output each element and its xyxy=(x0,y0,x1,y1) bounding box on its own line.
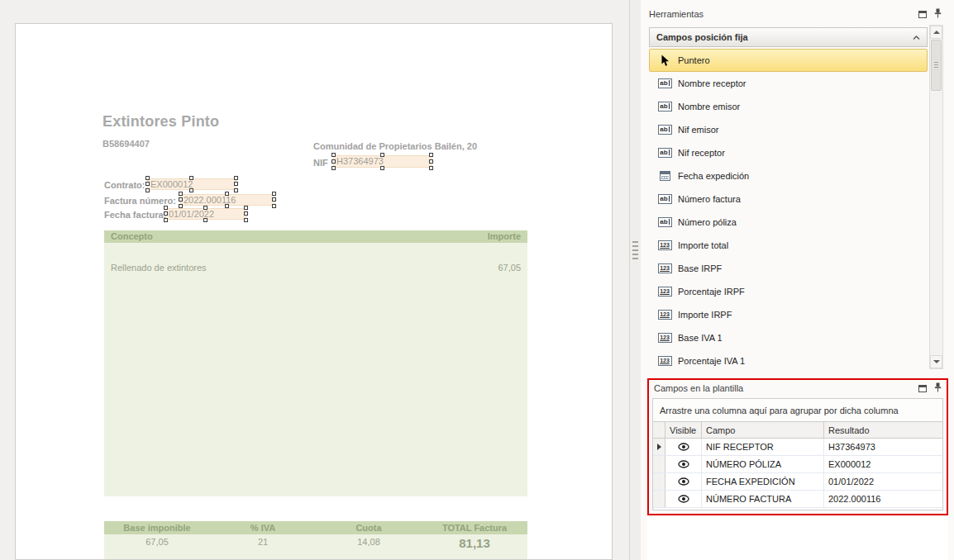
selection-handle[interactable] xyxy=(272,204,276,208)
text-field-icon xyxy=(656,78,674,88)
selection-handle[interactable] xyxy=(234,176,238,180)
selection-handle[interactable] xyxy=(189,188,193,192)
tool-item-label: Porcentaje IRPF xyxy=(678,287,745,297)
selection-handle[interactable] xyxy=(164,211,168,216)
tool-item-nombre-receptor[interactable]: Nombre receptor xyxy=(649,72,928,95)
selection-handle[interactable] xyxy=(203,218,207,222)
selection-handle[interactable] xyxy=(145,176,150,180)
tool-item-label: Porcentaje IVA 1 xyxy=(678,356,745,366)
selection-handle[interactable] xyxy=(244,211,248,216)
selection-handle[interactable] xyxy=(429,166,433,170)
resultado-column-header[interactable]: Resultado xyxy=(824,422,942,438)
selection-handle[interactable] xyxy=(429,153,433,157)
base-imponible-value: 67,05 xyxy=(104,534,210,559)
tool-item-porcentaje-iva-1[interactable]: Porcentaje IVA 1 xyxy=(649,349,928,373)
float-window-icon[interactable] xyxy=(918,385,927,392)
concept-amount: 67,05 xyxy=(498,263,521,273)
splitter-grip-icon[interactable] xyxy=(632,241,638,259)
tool-item-porcentaje-irpf[interactable]: Porcentaje IRPF xyxy=(649,280,928,303)
eye-icon xyxy=(678,477,689,486)
scrollbar-thumb[interactable] xyxy=(931,40,942,91)
tool-item-puntero[interactable]: Puntero xyxy=(649,49,928,72)
visible-column-header[interactable]: Visible xyxy=(665,422,702,438)
panel-splitter[interactable] xyxy=(630,0,641,560)
tool-item-nif-emisor[interactable]: Nif emisor xyxy=(649,118,928,141)
row-selector-column-header xyxy=(653,422,665,438)
field-numero-factura[interactable]: 2022.000116 xyxy=(180,194,274,206)
campo-cell[interactable]: FECHA EXPEDICIÓN xyxy=(702,473,824,490)
selection-handle[interactable] xyxy=(332,159,336,164)
tool-item-importe-total[interactable]: Importe total xyxy=(649,234,928,257)
tool-item-label: Nif receptor xyxy=(678,148,725,158)
selection-handle[interactable] xyxy=(380,153,384,157)
tool-item-label: Número factura xyxy=(678,194,741,204)
selection-handle[interactable] xyxy=(332,153,336,157)
tool-item-nombre-emisor[interactable]: Nombre emisor xyxy=(649,95,928,118)
selection-handle[interactable] xyxy=(145,182,150,186)
table-row[interactable]: NÚMERO PÓLIZA EX000012 xyxy=(653,456,942,473)
campo-cell[interactable]: NÚMERO FACTURA xyxy=(702,491,824,507)
chevron-up-icon[interactable] xyxy=(913,32,920,42)
float-window-icon[interactable] xyxy=(918,11,927,18)
selection-handle[interactable] xyxy=(164,206,168,210)
field-numero-poliza[interactable]: EX000012 xyxy=(147,178,236,190)
scroll-up-button[interactable] xyxy=(930,26,942,39)
selection-handle[interactable] xyxy=(272,197,276,202)
tool-item-fecha-expedicion[interactable]: Fecha expedición xyxy=(649,164,928,187)
tool-item-label: Importe IRPF xyxy=(678,310,732,320)
campo-cell[interactable]: NIF RECEPTOR xyxy=(702,439,824,455)
resultado-cell[interactable]: 01/01/2022 xyxy=(824,473,942,490)
tool-item-importe-irpf[interactable]: Importe IRPF xyxy=(649,303,928,326)
table-row[interactable]: NÚMERO FACTURA 2022.000116 xyxy=(653,491,942,508)
selection-handle[interactable] xyxy=(164,218,168,222)
selection-handle[interactable] xyxy=(272,192,276,196)
group-by-hint[interactable]: Arrastre una columna aquí para agrupar p… xyxy=(653,399,942,422)
tools-panel-titlebar: Herramientas xyxy=(649,7,942,21)
scroll-down-button[interactable] xyxy=(930,355,942,368)
fecha-factura-label: Fecha factura: xyxy=(104,209,166,221)
campo-column-header[interactable]: Campo xyxy=(702,422,824,438)
pin-icon[interactable] xyxy=(934,8,942,20)
selection-handle[interactable] xyxy=(244,218,248,222)
tool-item-numero-factura[interactable]: Número factura xyxy=(649,187,928,211)
visible-cell[interactable] xyxy=(665,491,702,507)
visible-cell[interactable] xyxy=(665,439,702,455)
tool-item-nif-receptor[interactable]: Nif receptor xyxy=(649,141,928,164)
tool-item-base-iva-1[interactable]: Base IVA 1 xyxy=(649,326,928,349)
field-nif-receptor[interactable]: H37364973 xyxy=(333,155,432,168)
table-row[interactable]: NIF RECEPTOR H37364973 xyxy=(653,439,942,456)
selection-handle[interactable] xyxy=(234,188,238,192)
selection-handle[interactable] xyxy=(244,206,248,210)
invoice-page[interactable]: Extintores Pinto B58694407 Comunidad de … xyxy=(15,23,613,560)
concept-row: Rellenado de extintores 67,05 xyxy=(104,243,527,273)
tool-item-base-irpf[interactable]: Base IRPF xyxy=(649,257,928,280)
resultado-cell[interactable]: H37364973 xyxy=(824,439,942,455)
selection-handle[interactable] xyxy=(179,192,183,196)
selection-handle[interactable] xyxy=(225,192,229,196)
campo-cell[interactable]: NÚMERO PÓLIZA xyxy=(702,456,824,472)
tool-item-label: Base IRPF xyxy=(678,263,722,273)
selection-handle[interactable] xyxy=(429,159,433,164)
tools-scrollbar[interactable] xyxy=(929,25,943,369)
fields-panel: Campos en la plantilla Arrastre una colu… xyxy=(647,378,948,515)
table-row[interactable]: FECHA EXPEDICIÓN 01/01/2022 xyxy=(653,473,942,491)
field-fecha-expedicion[interactable]: 01/01/2022 xyxy=(165,208,246,220)
selection-handle[interactable] xyxy=(380,166,384,170)
selection-handle[interactable] xyxy=(145,188,150,192)
group-campos-posicion-fija[interactable]: Campos posición fija xyxy=(649,27,928,47)
text-field-icon xyxy=(656,148,674,158)
tool-item-numero-poliza[interactable]: Número póliza xyxy=(649,211,928,234)
resultado-cell[interactable]: EX000012 xyxy=(824,456,942,472)
selection-handle[interactable] xyxy=(234,182,238,186)
pin-icon[interactable] xyxy=(934,382,942,394)
row-selector-cell xyxy=(653,439,665,455)
visible-cell[interactable] xyxy=(665,473,702,490)
selection-handle[interactable] xyxy=(189,176,193,180)
visible-cell[interactable] xyxy=(665,456,702,472)
row-selector-cell xyxy=(653,456,665,472)
resultado-cell[interactable]: 2022.000116 xyxy=(824,491,942,507)
selection-handle[interactable] xyxy=(332,166,336,170)
document-canvas[interactable]: Extintores Pinto B58694407 Comunidad de … xyxy=(0,0,630,560)
selection-handle[interactable] xyxy=(203,206,207,210)
selection-handle[interactable] xyxy=(179,197,183,202)
